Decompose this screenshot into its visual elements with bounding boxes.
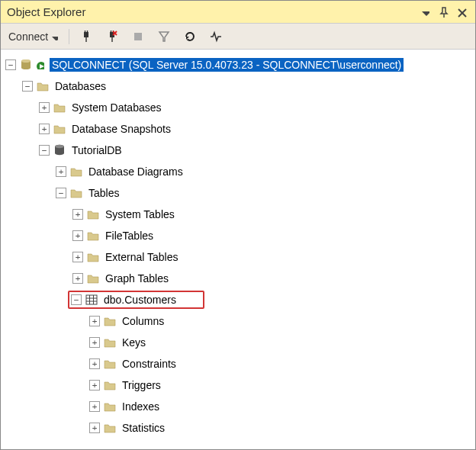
external-tables-label[interactable]: External Tables (103, 250, 180, 264)
folder-icon (103, 358, 117, 370)
expander-minus-icon[interactable]: − (5, 59, 16, 70)
folder-icon (103, 422, 117, 434)
toolbar: Connect (1, 24, 475, 50)
expander-minus-icon[interactable]: − (56, 188, 66, 198)
connect-button[interactable]: Connect (5, 27, 61, 46)
highlight-callout: − dbo.Customers (68, 291, 204, 309)
expander-minus-icon[interactable]: − (71, 294, 82, 305)
database-icon (53, 144, 66, 156)
connect-object-explorer-icon[interactable] (77, 27, 95, 46)
tables-label[interactable]: Tables (86, 186, 121, 200)
tree-node-constraints[interactable]: + Constraints (1, 353, 475, 374)
stop-icon[interactable] (129, 27, 147, 46)
folder-icon (69, 187, 83, 199)
expander-minus-icon[interactable]: − (39, 145, 50, 156)
tree-node-tutorialdb[interactable]: − TutorialDB (1, 140, 475, 161)
statistics-label[interactable]: Statistics (120, 421, 167, 435)
running-icon (33, 59, 47, 71)
folder-icon (86, 251, 100, 263)
table-icon (85, 294, 98, 306)
folder-icon (86, 272, 100, 284)
expander-plus-icon[interactable]: + (72, 252, 83, 262)
folder-icon (86, 208, 100, 220)
window-options-icon[interactable] (417, 5, 433, 20)
tree-node-system-tables[interactable]: + System Tables (1, 204, 475, 225)
expander-plus-icon[interactable]: + (56, 166, 66, 177)
tree-node-statistics[interactable]: + Statistics (1, 417, 475, 439)
server-label[interactable]: SQLCONNECT (SQL Server 15.0.4073.23 - SQ… (50, 58, 404, 72)
pin-icon[interactable] (436, 5, 451, 20)
indexes-label[interactable]: Indexes (120, 400, 162, 413)
close-icon[interactable] (454, 5, 469, 20)
triggers-label[interactable]: Triggers (120, 378, 163, 392)
tutorialdb-label[interactable]: TutorialDB (69, 143, 124, 157)
disconnect-icon[interactable] (103, 27, 121, 46)
expander-plus-icon[interactable]: + (72, 230, 83, 241)
folder-icon (53, 101, 66, 114)
database-snapshots-label[interactable]: Database Snapshots (69, 122, 173, 136)
columns-label[interactable]: Columns (120, 314, 166, 328)
tree-view[interactable]: − SQLCONNECT (SQL Server 15.0.4073.23 - … (1, 50, 475, 449)
graph-tables-label[interactable]: Graph Tables (103, 272, 171, 285)
connect-label: Connect (8, 31, 48, 43)
tree-node-databases[interactable]: − Databases (1, 76, 475, 97)
tree-node-external-tables[interactable]: + External Tables (1, 246, 475, 268)
expander-plus-icon[interactable]: + (89, 380, 100, 391)
folder-icon (103, 315, 117, 327)
tree-node-system-databases[interactable]: + System Databases (1, 97, 475, 118)
system-databases-label[interactable]: System Databases (69, 101, 164, 114)
expander-plus-icon[interactable]: + (89, 337, 100, 348)
activity-monitor-icon[interactable] (207, 27, 225, 46)
folder-icon (86, 230, 100, 242)
tree-node-graph-tables[interactable]: + Graph Tables (1, 268, 475, 289)
expander-plus-icon[interactable]: + (72, 273, 83, 284)
system-tables-label[interactable]: System Tables (103, 207, 177, 221)
expander-plus-icon[interactable]: + (89, 401, 100, 412)
folder-icon (36, 80, 50, 92)
expander-minus-icon[interactable]: − (22, 81, 33, 92)
tree-node-customers[interactable]: − dbo.Customers (1, 289, 475, 310)
folder-icon (103, 400, 117, 413)
expander-plus-icon[interactable]: + (39, 124, 50, 134)
folder-icon (69, 166, 83, 178)
tree-node-indexes[interactable]: + Indexes (1, 396, 475, 417)
tree-node-database-diagrams[interactable]: + Database Diagrams (1, 161, 475, 182)
constraints-label[interactable]: Constraints (120, 357, 178, 371)
expander-plus-icon[interactable]: + (89, 423, 100, 433)
expander-plus-icon[interactable]: + (39, 102, 50, 113)
tree-node-columns[interactable]: + Columns (1, 310, 475, 332)
tree-node-filetables[interactable]: + FileTables (1, 225, 475, 246)
database-diagrams-label[interactable]: Database Diagrams (86, 165, 185, 178)
databases-label[interactable]: Databases (53, 79, 108, 93)
tree-node-server[interactable]: − SQLCONNECT (SQL Server 15.0.4073.23 - … (1, 54, 475, 76)
folder-icon (103, 336, 117, 349)
expander-plus-icon[interactable]: + (89, 358, 100, 369)
window-title: Object Explorer (7, 5, 414, 18)
expander-plus-icon[interactable]: + (89, 316, 100, 326)
titlebar: Object Explorer (1, 1, 475, 24)
filter-icon[interactable] (155, 27, 173, 46)
expander-plus-icon[interactable]: + (72, 209, 83, 220)
customers-label[interactable]: dbo.Customers (101, 293, 178, 307)
filetables-label[interactable]: FileTables (103, 229, 156, 243)
tree-node-database-snapshots[interactable]: + Database Snapshots (1, 118, 475, 140)
tree-node-keys[interactable]: + Keys (1, 332, 475, 353)
folder-icon (103, 379, 117, 391)
server-icon (19, 59, 33, 71)
toolbar-separator (69, 29, 69, 44)
folder-icon (53, 123, 66, 135)
tree-node-tables[interactable]: − Tables (1, 182, 475, 204)
tree-node-triggers[interactable]: + Triggers (1, 374, 475, 396)
refresh-icon[interactable] (181, 27, 199, 46)
keys-label[interactable]: Keys (120, 336, 148, 349)
